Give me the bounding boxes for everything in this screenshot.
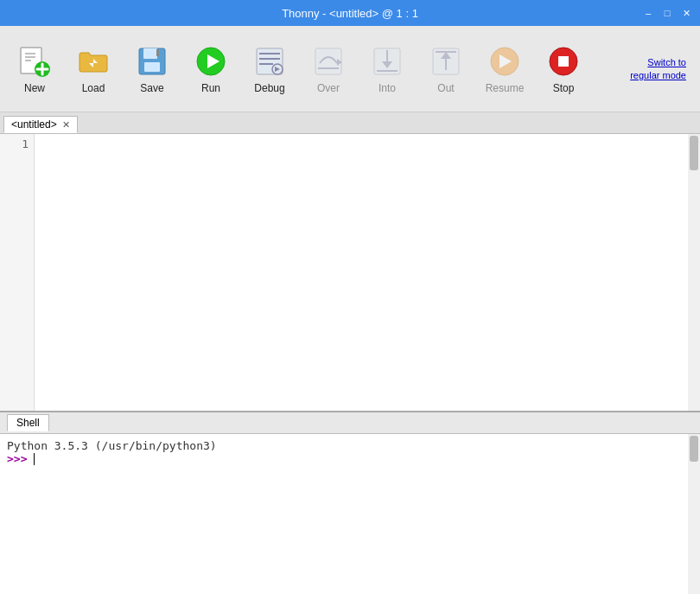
switch-mode-link[interactable]: Switch to regular mode <box>630 56 686 81</box>
editor-scrollbar-thumb[interactable] <box>690 136 698 170</box>
tab-close-button[interactable]: ✕ <box>62 120 70 130</box>
save-icon <box>135 44 169 79</box>
stop-label: Stop <box>553 82 575 94</box>
title-bar: Thonny - <untitled> @ 1 : 1 – □ ✕ <box>0 0 700 26</box>
toolbar: New Load Save <box>0 26 700 112</box>
into-label: Into <box>379 82 396 94</box>
code-editor[interactable] <box>35 134 688 411</box>
shell-scrollbar-thumb[interactable] <box>690 436 698 462</box>
svg-rect-34 <box>558 56 569 67</box>
run-button[interactable]: Run <box>183 31 239 107</box>
editor-section: <untitled> ✕ 1 <box>0 112 700 412</box>
resume-button[interactable]: Resume <box>477 31 532 107</box>
run-icon <box>194 44 228 79</box>
out-button[interactable]: Out <box>418 31 474 107</box>
new-icon <box>17 44 52 79</box>
into-icon <box>370 44 404 79</box>
tab-label: <untitled> <box>11 118 57 131</box>
out-icon <box>429 44 463 79</box>
shell-cursor <box>34 453 35 465</box>
shell-tab[interactable]: Shell <box>7 414 49 431</box>
load-label: Load <box>82 82 105 94</box>
editor-content: 1 <box>0 134 700 411</box>
resume-label: Resume <box>486 82 525 94</box>
close-button[interactable]: ✕ <box>679 6 693 20</box>
shell-tab-label: Shell <box>16 417 40 429</box>
stop-icon <box>546 44 581 79</box>
editor-tab-bar: <untitled> ✕ <box>0 112 700 134</box>
stop-button[interactable]: Stop <box>536 31 591 107</box>
debug-label: Debug <box>254 82 284 94</box>
over-button[interactable]: Over <box>301 31 356 107</box>
shell-content: Python 3.5.3 (/usr/bin/python3) >>> <box>0 434 700 594</box>
load-icon <box>76 44 111 79</box>
run-label: Run <box>201 82 220 94</box>
load-button[interactable]: Load <box>66 31 121 107</box>
editor-scrollbar[interactable] <box>688 134 700 411</box>
over-icon <box>311 44 346 79</box>
save-label: Save <box>140 82 163 94</box>
svg-rect-11 <box>156 49 159 56</box>
shell-section: Shell Python 3.5.3 (/usr/bin/python3) >>… <box>0 412 700 594</box>
minimize-button[interactable]: – <box>641 6 655 20</box>
svg-rect-10 <box>144 62 160 72</box>
into-button[interactable]: Into <box>360 31 415 107</box>
debug-button[interactable]: Debug <box>242 31 297 107</box>
new-button[interactable]: New <box>7 31 62 107</box>
save-button[interactable]: Save <box>124 31 180 107</box>
maximize-button[interactable]: □ <box>660 6 674 20</box>
shell-tab-bar: Shell <box>0 412 700 434</box>
editor-tab-untitled[interactable]: <untitled> ✕ <box>3 116 78 133</box>
line-number: 1 <box>5 137 29 150</box>
shell-prompt-line: >>> <box>7 452 681 465</box>
svg-rect-9 <box>143 48 157 59</box>
out-label: Out <box>437 82 454 94</box>
shell-output[interactable]: Python 3.5.3 (/usr/bin/python3) >>> <box>0 434 688 594</box>
over-label: Over <box>317 82 340 94</box>
line-numbers: 1 <box>0 134 35 411</box>
resume-icon <box>487 44 522 79</box>
shell-python-info: Python 3.5.3 (/usr/bin/python3) <box>7 439 681 452</box>
new-label: New <box>24 82 45 94</box>
shell-scrollbar[interactable] <box>688 434 700 594</box>
shell-prompt: >>> <box>7 452 27 465</box>
main-area: <untitled> ✕ 1 Shell Python 3.5.3 (/usr/… <box>0 112 700 594</box>
window-title: Thonny - <untitled> @ 1 : 1 <box>59 7 641 20</box>
debug-icon <box>252 44 287 79</box>
